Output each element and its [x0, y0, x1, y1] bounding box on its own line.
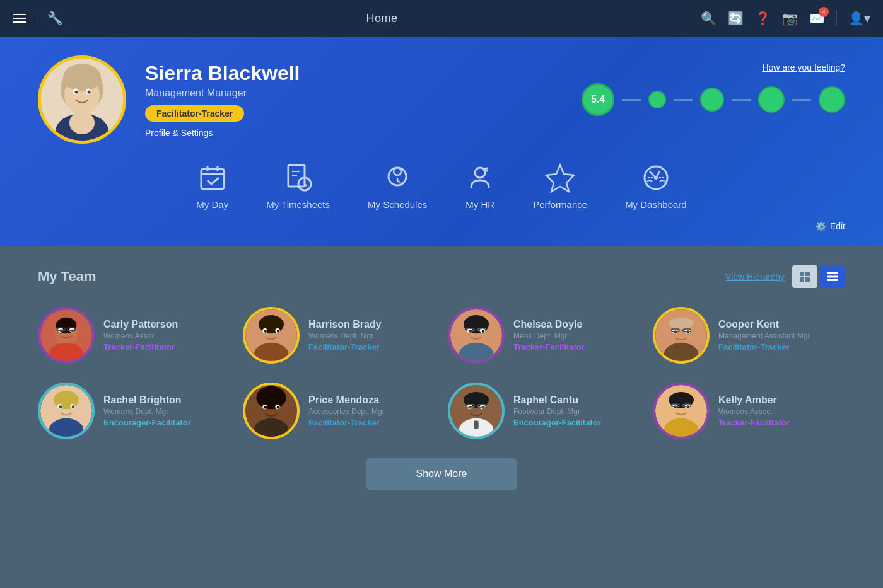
- feeling-dot-1[interactable]: [648, 91, 666, 108]
- member-avatar: [243, 307, 300, 364]
- nav-item-my-timesheets[interactable]: My Timesheets: [266, 163, 330, 210]
- hero-section: Sierra Blackwell Management Manager Faci…: [0, 37, 883, 246]
- help-icon[interactable]: ❓: [755, 11, 771, 26]
- member-dept: Womens Dept. Mgr: [103, 407, 230, 416]
- member-role: Tracker-Facilitator: [103, 342, 230, 352]
- nav-divider-2: [836, 11, 837, 26]
- team-member[interactable]: Cooper Kent Management Assistant Mgr Fac…: [653, 307, 845, 364]
- member-avatar: [653, 307, 710, 364]
- svg-point-20: [475, 168, 485, 178]
- member-role: Encourager-Facilitator: [513, 418, 640, 427]
- member-avatar: [243, 383, 300, 439]
- edit-row: ⚙️ Edit: [38, 216, 845, 234]
- dot-line-2: [674, 99, 693, 101]
- feeling-link[interactable]: How are you feeling?: [762, 62, 845, 72]
- member-name: Raphel Cantu: [513, 395, 640, 406]
- dot-line-3: [732, 99, 751, 101]
- profile-settings-link[interactable]: Profile & Settings: [145, 128, 300, 138]
- svg-rect-28: [800, 277, 804, 282]
- member-name: Chelsea Doyle: [513, 319, 640, 330]
- member-role: Facilitator-Tracker: [308, 418, 435, 427]
- team-member[interactable]: Raphel Cantu Footwear Dept. Mgr Encourag…: [448, 383, 640, 439]
- view-toggle: [792, 265, 845, 288]
- team-member[interactable]: Kelly Amber Womens Assoc. Tracker-Facili…: [653, 383, 845, 439]
- member-avatar: [38, 383, 95, 439]
- show-more-row: Show More: [38, 458, 845, 490]
- svg-marker-23: [546, 165, 574, 192]
- nav-item-my-hr[interactable]: My HR: [465, 163, 495, 210]
- camera-icon[interactable]: 📷: [782, 11, 798, 26]
- notification-badge: 4: [819, 7, 829, 17]
- refresh-icon[interactable]: 🔄: [728, 11, 744, 26]
- team-header-right: View Hierarchy: [725, 265, 845, 288]
- user-avatar: [38, 55, 126, 144]
- member-info: Rachel Brighton Womens Dept. Mgr Encoura…: [103, 395, 230, 427]
- grid-view-button[interactable]: [792, 265, 817, 288]
- view-hierarchy-link[interactable]: View Hierarchy: [725, 272, 785, 282]
- team-member[interactable]: Rachel Brighton Womens Dept. Mgr Encoura…: [38, 383, 230, 439]
- nav-label-my-hr: My HR: [465, 199, 494, 210]
- hero-info: Sierra Blackwell Management Manager Faci…: [145, 55, 300, 138]
- member-info: Harrison Brady Womens Dept. Mgr Facilita…: [308, 319, 435, 352]
- svg-point-84: [264, 406, 267, 409]
- member-dept: Womens Assoc.: [103, 331, 230, 340]
- user-name: Sierra Blackwell: [145, 62, 300, 85]
- member-info: Cooper Kent Management Assistant Mgr Fac…: [718, 319, 845, 352]
- nav-title: Home: [63, 12, 701, 25]
- svg-rect-29: [805, 277, 810, 282]
- svg-point-89: [464, 392, 489, 408]
- hamburger-menu[interactable]: [13, 14, 26, 23]
- wrench-icon[interactable]: 🔧: [47, 11, 63, 26]
- top-navigation: 🔧 Home 🔍 🔄 ❓ 📷 ✉️ 4 👤▾: [0, 0, 883, 37]
- svg-point-18: [389, 168, 406, 185]
- svg-point-85: [277, 406, 280, 409]
- svg-rect-97: [474, 420, 478, 429]
- member-info: Kelly Amber Womens Assoc. Tracker-Facili…: [718, 395, 845, 427]
- member-role: Facilitator-Tracker: [718, 342, 845, 352]
- dot-line-4: [792, 99, 811, 101]
- mail-icon[interactable]: ✉️ 4: [809, 11, 825, 26]
- member-avatar: [448, 307, 505, 364]
- member-dept: Womens Assoc.: [718, 407, 845, 416]
- team-member[interactable]: Chelsea Doyle Mens Dept. Mgr Tracker-Fac…: [448, 307, 640, 364]
- member-dept: Womens Dept. Mgr: [308, 331, 435, 340]
- search-icon[interactable]: 🔍: [701, 11, 716, 26]
- svg-point-73: [54, 391, 79, 409]
- nav-item-my-dashboard[interactable]: My Dashboard: [625, 163, 687, 210]
- nav-item-my-schedules[interactable]: My Schedules: [368, 163, 427, 210]
- feeling-section: How are you feeling? 5.4: [582, 55, 845, 116]
- feeling-dot-2[interactable]: [700, 88, 724, 112]
- user-menu-icon[interactable]: 👤▾: [848, 11, 870, 26]
- show-more-button[interactable]: Show More: [366, 458, 518, 490]
- svg-point-45: [259, 315, 284, 333]
- team-header: My Team View Hierarchy: [38, 265, 845, 288]
- svg-rect-31: [827, 276, 838, 278]
- feeling-dot-3[interactable]: [758, 86, 785, 113]
- team-member[interactable]: Harrison Brady Womens Dept. Mgr Facilita…: [243, 307, 435, 364]
- member-name: Rachel Brighton: [103, 395, 230, 406]
- team-member[interactable]: Price Mendoza Accessories Dept. Mgr Faci…: [243, 383, 435, 439]
- svg-point-81: [256, 386, 286, 409]
- member-name: Cooper Kent: [718, 319, 845, 330]
- svg-point-9: [69, 112, 95, 134]
- svg-rect-27: [805, 272, 810, 276]
- user-role-badge: Facilitator-Tracker: [145, 105, 244, 122]
- list-view-button[interactable]: [820, 265, 845, 288]
- svg-point-6: [75, 91, 78, 94]
- team-member[interactable]: Carly Patterson Womens Assoc. Tracker-Fa…: [38, 307, 230, 364]
- nav-item-my-day[interactable]: My Day: [196, 163, 228, 210]
- dot-line-1: [622, 99, 641, 101]
- feeling-score[interactable]: 5.4: [582, 83, 614, 116]
- feeling-dots: 5.4: [582, 83, 845, 116]
- home-label: Home: [366, 12, 397, 25]
- team-section: My Team View Hierarchy: [0, 246, 883, 515]
- nav-label-performance: Performance: [533, 199, 587, 210]
- edit-button[interactable]: ⚙️ Edit: [816, 221, 845, 231]
- svg-rect-32: [827, 279, 838, 281]
- svg-rect-30: [827, 272, 838, 274]
- svg-rect-10: [201, 169, 224, 189]
- feeling-dot-4[interactable]: [819, 86, 845, 113]
- nav-item-performance[interactable]: Performance: [533, 163, 587, 210]
- svg-point-3: [63, 64, 101, 91]
- nav-label-my-dashboard: My Dashboard: [625, 199, 687, 210]
